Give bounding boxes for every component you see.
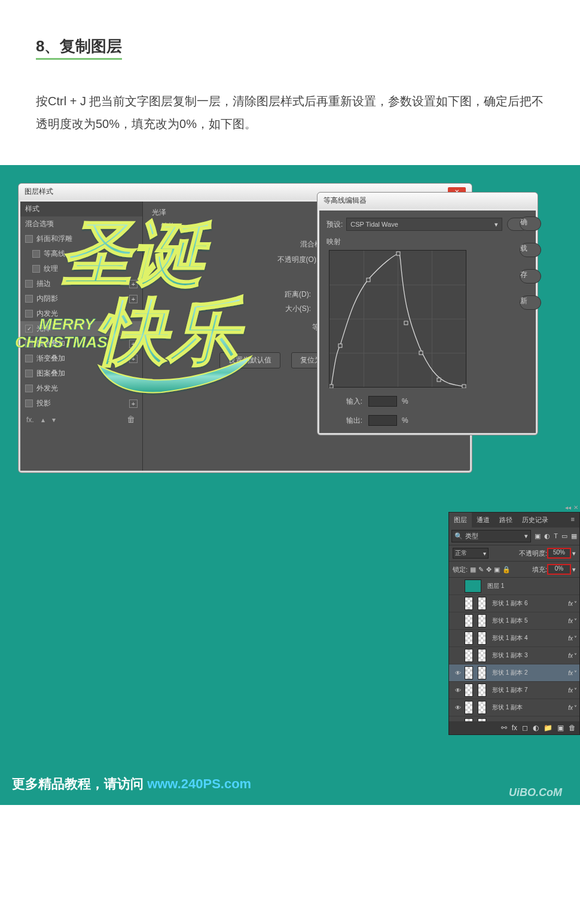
svg-rect-7 [462,385,466,388]
panel-close-icon[interactable]: ✕ [573,504,578,511]
distance-label: 距离(D): [285,289,311,300]
curve-editor[interactable] [329,250,466,388]
layer-row[interactable]: 图层 1 [449,578,579,595]
fx-icon[interactable]: fx [512,724,517,732]
panel-menu-icon[interactable]: ≡ [566,513,579,527]
blend-mode-select[interactable]: 正常 [453,548,489,559]
folder-icon[interactable]: 📁 [544,724,552,732]
chevron-down-icon[interactable]: ˅ [574,670,577,676]
input-label: 输入: [332,397,362,407]
collapse-icon[interactable]: ◂◂ [565,504,571,511]
layer-row[interactable]: 👁形状 1fx˅ [449,716,579,721]
opacity-label: 不透明度(O): [277,255,319,265]
up-icon[interactable]: ▴ [41,416,45,424]
percent-sign2: % [402,416,408,425]
filter-smart-icon[interactable]: ▦ [571,532,577,540]
caption-link[interactable]: www.240PS.com [147,776,251,791]
chevron-down-icon: ▾ [524,532,528,540]
tab[interactable]: 历史记录 [517,513,553,527]
contour-button[interactable]: 载 [520,243,541,257]
layer-thumbnail[interactable] [465,666,490,679]
output-label: 输出: [332,416,362,426]
layer-thumbnail[interactable] [465,684,490,697]
layer-thumbnail[interactable] [465,597,490,610]
chevron-down-icon[interactable]: ˅ [574,618,577,624]
layer-thumbnail[interactable] [465,649,490,662]
layer-name: 形状 1 副本 5 [492,617,527,625]
svg-text:圣诞: 圣诞 [60,214,212,294]
svg-text:CHRISTMAS: CHRISTMAS [15,333,108,351]
lock-brush-icon[interactable]: ✎ [478,566,484,574]
lock-artboard-icon[interactable]: ▣ [494,566,500,574]
layer-filter-search[interactable]: 🔍 类型 ▾ [451,530,531,542]
tab[interactable]: 通道 [472,513,494,527]
fx-icon[interactable]: fx [568,600,573,607]
fx-icon[interactable]: fx [568,705,573,711]
filter-adjust-icon[interactable]: ◐ [544,532,550,540]
output-value-field[interactable] [368,415,397,426]
tab[interactable]: 路径 [494,513,517,527]
text-effect-preview: 圣诞 快乐 MERRY CHRISTMAS [6,201,269,407]
svg-rect-2 [367,278,370,282]
trash-icon[interactable]: 🗑 [127,414,135,424]
caption: 更多精品教程，请访问 www.240PS.com [12,775,251,793]
layer-row[interactable]: 形状 1 副本 3fx˅ [449,647,579,664]
link-icon[interactable]: ⚯ [501,724,507,732]
visibility-icon[interactable]: 👁 [451,670,465,676]
layer-row[interactable]: 👁形状 1 副本 7fx˅ [449,682,579,699]
layer-thumbnail[interactable] [465,718,490,721]
size-label: 大小(S): [285,304,311,314]
fx-icon[interactable]: fx. [26,416,34,424]
trash-icon[interactable]: 🗑 [569,724,576,732]
layer-thumbnail[interactable] [465,632,490,645]
filter-text-icon[interactable]: T [554,532,558,540]
layer-thumbnail[interactable] [465,701,490,714]
visibility-icon[interactable]: 👁 [451,687,465,694]
chevron-down-icon[interactable]: ˅ [574,600,577,607]
lock-pixels-icon[interactable]: ▦ [470,566,476,574]
chevron-down-icon[interactable]: ˅ [574,687,577,694]
fill-value-input[interactable]: 0% [547,564,571,575]
chevron-down-icon[interactable]: ˅ [574,705,577,711]
fx-icon[interactable]: fx [568,687,573,694]
new-layer-icon[interactable]: ▣ [557,724,564,732]
lock-all-icon[interactable]: 🔒 [502,566,511,574]
svg-rect-1 [338,344,342,347]
filter-shape-icon[interactable]: ▭ [561,532,567,540]
fx-icon[interactable]: fx [568,652,573,659]
chevron-down-icon[interactable]: ˅ [574,652,577,659]
fx-footer[interactable]: fx. ▴ ▾ [26,416,56,424]
contour-button[interactable]: 存 [520,269,541,283]
svg-text:MERRY: MERRY [39,315,96,333]
fill-label: 填充: [532,565,547,574]
fx-icon[interactable]: fx [568,618,573,624]
preset-dropdown[interactable]: CSP Tidal Wave [346,218,502,231]
layer-name: 形状 1 副本 2 [492,669,527,677]
lock-move-icon[interactable]: ✥ [486,566,492,574]
filter-image-icon[interactable]: ▣ [535,532,541,540]
chevron-down-icon[interactable]: ▾ [572,566,576,574]
search-icon: 🔍 [454,532,463,540]
opacity-value-input[interactable]: 50% [547,548,571,559]
contour-button[interactable]: 确 [520,216,541,231]
chevron-down-icon[interactable]: ˅ [574,635,577,642]
visibility-icon[interactable]: 👁 [451,705,465,711]
fx-icon[interactable]: fx [568,635,573,642]
adjust-icon[interactable]: ◐ [533,724,539,732]
layer-row[interactable]: 👁形状 1 副本 2fx˅ [449,664,579,682]
mask-icon[interactable]: ◻ [522,724,528,732]
watermark: UiBO.CoM [509,786,562,799]
svg-rect-3 [396,252,400,255]
down-icon[interactable]: ▾ [52,416,56,424]
layer-row[interactable]: 形状 1 副本 5fx˅ [449,612,579,630]
input-value-field[interactable] [368,396,397,407]
layer-row[interactable]: 形状 1 副本 6fx˅ [449,595,579,612]
tab[interactable]: 图层 [449,513,472,527]
layer-row[interactable]: 👁形状 1 副本fx˅ [449,699,579,716]
contour-button[interactable]: 新 [520,295,541,310]
layer-thumbnail[interactable] [465,580,481,593]
layer-thumbnail[interactable] [465,614,490,627]
chevron-down-icon[interactable]: ▾ [572,550,576,557]
layer-row[interactable]: 形状 1 副本 4fx˅ [449,630,579,647]
fx-icon[interactable]: fx [568,670,573,676]
